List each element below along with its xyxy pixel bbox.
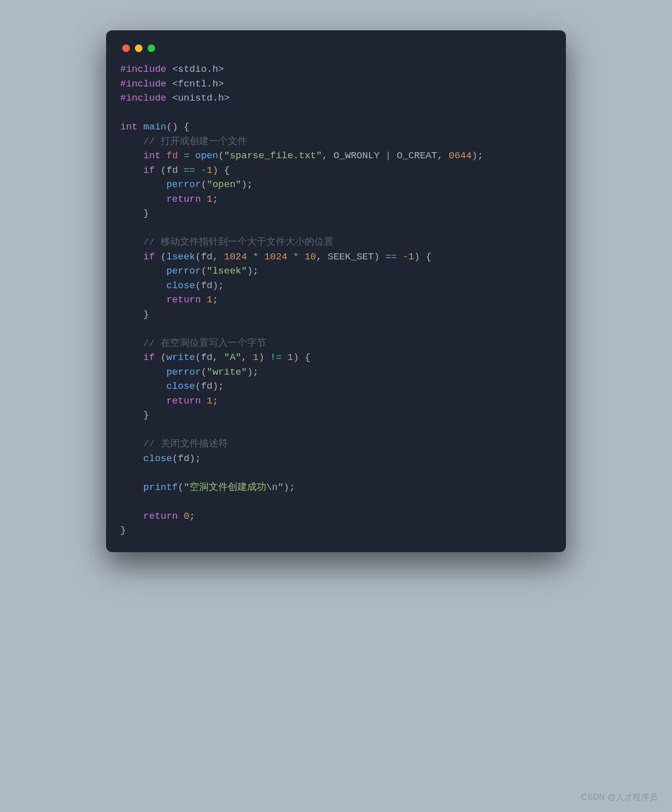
code-token: (fd);: [195, 280, 224, 291]
code-token: [120, 395, 166, 407]
code-line: #include <unistd.h>: [120, 93, 230, 104]
code-token: close: [166, 280, 195, 291]
code-token: [120, 338, 143, 349]
code-token: (fd);: [195, 381, 224, 392]
close-icon[interactable]: [122, 44, 130, 52]
code-token: [120, 453, 143, 464]
code-line: }: [120, 525, 126, 536]
code-token: printf: [143, 482, 178, 493]
code-token: if: [143, 251, 155, 262]
code-token: [259, 251, 264, 262]
code-token: (: [155, 352, 166, 363]
code-token: // 在空洞位置写入一个字节: [143, 338, 266, 349]
code-token: 1024: [264, 251, 287, 262]
code-token: [120, 251, 143, 262]
code-token: 1: [207, 294, 212, 305]
code-token: );: [247, 265, 259, 277]
code-token: "write": [207, 367, 247, 378]
code-token: #include: [120, 64, 166, 75]
code-token: <fcntl.h>: [172, 78, 224, 89]
code-token: *: [253, 251, 258, 262]
code-line: close(fd);: [120, 453, 201, 464]
code-token: [120, 294, 166, 305]
window-titlebar: [120, 42, 552, 62]
code-line: return 1;: [120, 395, 218, 407]
code-token: write: [166, 352, 195, 363]
code-token: [120, 194, 166, 205]
code-token: ;: [189, 511, 195, 522]
code-token: 1024: [224, 251, 247, 262]
code-token: -: [403, 251, 408, 262]
code-token: // 关闭文件描述符: [143, 438, 228, 449]
code-token: if: [143, 165, 155, 176]
code-token: () {: [166, 121, 189, 132]
code-token: 10: [305, 251, 316, 262]
code-token: "sparse_file.txt": [224, 150, 322, 161]
code-token: (fd,: [195, 251, 224, 262]
code-token: [287, 251, 293, 262]
code-line: // 关闭文件描述符: [120, 438, 228, 449]
code-token: int: [120, 121, 137, 132]
code-token: 1: [253, 352, 258, 363]
code-token: (fd: [155, 165, 183, 176]
code-token: 1: [207, 395, 212, 407]
code-token: perror: [166, 179, 201, 190]
code-token: // 打开或创建一个文件: [143, 136, 247, 147]
code-token: [120, 265, 166, 277]
code-token: "A": [224, 352, 241, 363]
minimize-icon[interactable]: [135, 44, 142, 52]
code-token: return: [143, 511, 178, 522]
code-token: return: [166, 294, 201, 305]
code-line: close(fd);: [120, 280, 224, 291]
code-token: [120, 165, 143, 176]
code-token: , O_WRONLY: [322, 150, 385, 161]
code-line: perror("open");: [120, 179, 253, 190]
code-token: "lseek": [207, 265, 247, 277]
code-token: );: [241, 179, 253, 190]
code-line: int fd = open("sparse_file.txt", O_WRONL…: [120, 150, 483, 161]
code-token: close: [143, 453, 172, 464]
code-token: -: [201, 165, 207, 176]
code-token: [137, 121, 143, 132]
code-line: }: [120, 410, 149, 421]
code-token: [299, 251, 305, 262]
code-line: #include <stdio.h>: [120, 64, 224, 75]
code-line: return 1;: [120, 294, 218, 305]
zoom-icon[interactable]: [148, 44, 155, 52]
code-token: );: [247, 367, 259, 378]
code-token: 0: [183, 511, 189, 522]
code-token: return: [166, 194, 201, 205]
code-token: [120, 482, 143, 493]
code-token: [247, 251, 253, 262]
code-token: #include: [120, 78, 166, 89]
code-token: [189, 150, 195, 161]
code-token: );: [283, 482, 295, 493]
code-line: #include <fcntl.h>: [120, 78, 224, 89]
code-line: }: [120, 208, 149, 219]
code-token: "open": [207, 179, 241, 190]
code-token: (: [218, 150, 224, 161]
code-token: <stdio.h>: [172, 64, 224, 75]
code-token: close: [166, 381, 195, 392]
code-token: lseek: [166, 251, 195, 262]
code-token: [120, 367, 166, 378]
code-token: fd: [166, 150, 178, 161]
code-token: |: [386, 150, 391, 161]
code-token: }: [120, 309, 149, 320]
code-token: [195, 165, 201, 176]
code-token: [161, 150, 166, 161]
code-line: return 1;: [120, 194, 218, 205]
code-token: perror: [166, 265, 201, 277]
code-token: [281, 352, 287, 363]
code-line: perror("lseek");: [120, 265, 259, 277]
code-token: int: [143, 150, 161, 161]
code-token: ,: [241, 352, 253, 363]
code-token: open: [195, 150, 218, 161]
code-line: if (lseek(fd, 1024 * 1024 * 10, SEEK_SET…: [120, 251, 431, 262]
code-token: return: [166, 395, 201, 407]
code-line: perror("write");: [120, 367, 259, 378]
code-token: ) {: [293, 352, 310, 363]
code-line: close(fd);: [120, 381, 224, 392]
code-token: *: [293, 251, 299, 262]
code-token: [397, 251, 402, 262]
